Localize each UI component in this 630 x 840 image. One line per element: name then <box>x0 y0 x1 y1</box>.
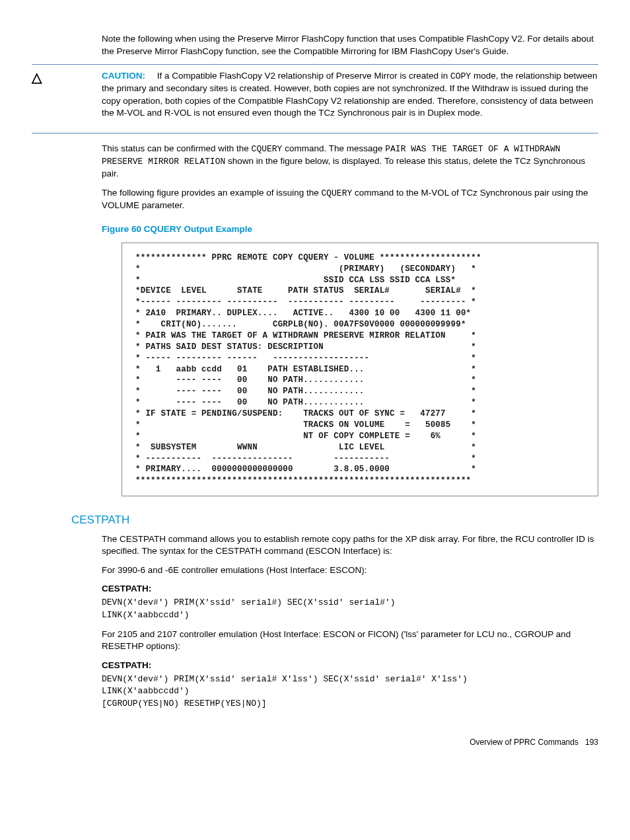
copy-code: COPY <box>450 71 471 81</box>
status-paragraph: This status can be confirmed with the CQ… <box>102 143 598 180</box>
ficon-syntax: DEVN(X'dev#') PRIM(X'ssid' serial# X'lss… <box>102 673 598 711</box>
example-paragraph: The following figure provides an example… <box>102 187 598 212</box>
caution-label: CAUTION: <box>102 71 145 81</box>
figure-caption: Figure 60 CQUERY Output Example <box>102 223 598 236</box>
warning-icon: △ <box>32 70 58 85</box>
ficon-line: For 2105 and 2107 controller emulation (… <box>102 629 598 653</box>
escon-syntax: DEVN(X'dev#') PRIM(X'ssid' serial#) SEC(… <box>102 597 598 622</box>
page-number: 193 <box>585 738 598 747</box>
cquery-code-2: CQUERY <box>321 188 352 198</box>
cquery-output-box: ************** PPRC REMOTE COPY CQUERY -… <box>122 243 598 496</box>
escon-line: For 3990-6 and -6E controller emulations… <box>102 564 598 577</box>
cestpath-intro: The CESTPATH command allows you to estab… <box>102 533 598 558</box>
page-footer: Overview of PPRC Commands 193 <box>32 737 598 748</box>
caution-text: CAUTION: If a Compatible FlashCopy V2 re… <box>102 70 598 120</box>
cestpath-label-2: CESTPATH: <box>102 660 598 672</box>
cestpath-label-1: CESTPATH: <box>102 583 598 595</box>
cestpath-heading: CESTPATH <box>71 512 598 527</box>
cquery-code-1: CQUERY <box>252 144 283 154</box>
intro-paragraph: Note the following when using the Preser… <box>102 33 598 57</box>
caution-block: △ CAUTION: If a Compatible FlashCopy V2 … <box>32 64 598 134</box>
